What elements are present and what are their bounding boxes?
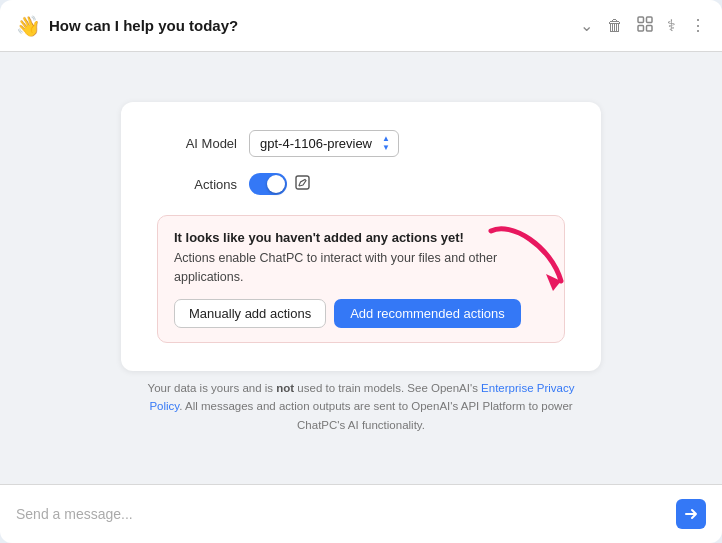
action-notice-body: Actions enable ChatPC to interact with y…: [174, 249, 548, 287]
actions-row: Actions: [157, 173, 565, 195]
wave-emoji: 👋: [16, 14, 41, 38]
svg-rect-4: [296, 176, 309, 189]
svg-rect-2: [638, 25, 644, 31]
footer-bold: not: [276, 382, 294, 394]
toggle-knob: [267, 175, 285, 193]
footer-text: Your data is yours and is not used to tr…: [131, 379, 591, 434]
window-title: How can I help you today?: [49, 17, 238, 34]
title-bar-left: 👋 How can I help you today?: [16, 14, 238, 38]
toggle-container: [249, 173, 310, 195]
chevron-down-icon[interactable]: ⌄: [580, 16, 593, 35]
settings-card: AI Model gpt-4-1106-preview ▲ ▼ Actions: [121, 102, 601, 371]
footer-text-2: used to train models. See OpenAI's: [294, 382, 481, 394]
edit-icon[interactable]: [295, 175, 310, 193]
pin-icon[interactable]: ⚕: [667, 16, 676, 35]
svg-rect-3: [647, 25, 653, 31]
send-button[interactable]: [676, 499, 706, 529]
app-window: 👋 How can I help you today? ⌄ 🗑 ⚕ ⋮ AI: [0, 0, 722, 543]
action-buttons: Manually add actions Add recommended act…: [174, 299, 548, 328]
model-value: gpt-4-1106-preview: [260, 136, 372, 151]
ai-model-dropdown[interactable]: gpt-4-1106-preview ▲ ▼: [249, 130, 399, 158]
add-recommended-button[interactable]: Add recommended actions: [334, 299, 521, 328]
more-icon[interactable]: ⋮: [690, 16, 706, 35]
add-icon[interactable]: [637, 16, 653, 36]
input-bar: Send a message...: [0, 484, 722, 543]
main-content: AI Model gpt-4-1106-preview ▲ ▼ Actions: [0, 52, 722, 484]
svg-rect-1: [647, 17, 653, 23]
footer-text-3: . All messages and action outputs are se…: [179, 400, 572, 430]
action-notice-box: It looks like you haven't added any acti…: [157, 215, 565, 343]
message-input-placeholder[interactable]: Send a message...: [16, 506, 133, 522]
action-notice-title: It looks like you haven't added any acti…: [174, 230, 548, 245]
trash-icon[interactable]: 🗑: [607, 17, 623, 35]
svg-rect-0: [638, 17, 644, 23]
title-bar: 👋 How can I help you today? ⌄ 🗑 ⚕ ⋮: [0, 0, 722, 52]
actions-label: Actions: [157, 177, 237, 192]
ai-model-label: AI Model: [157, 136, 237, 151]
ai-model-row: AI Model gpt-4-1106-preview ▲ ▼: [157, 130, 565, 158]
footer-text-1: Your data is yours and is: [148, 382, 277, 394]
manually-add-button[interactable]: Manually add actions: [174, 299, 326, 328]
dropdown-arrows-icon: ▲ ▼: [382, 135, 390, 153]
title-bar-actions: ⌄ 🗑 ⚕ ⋮: [580, 16, 706, 36]
actions-toggle[interactable]: [249, 173, 287, 195]
